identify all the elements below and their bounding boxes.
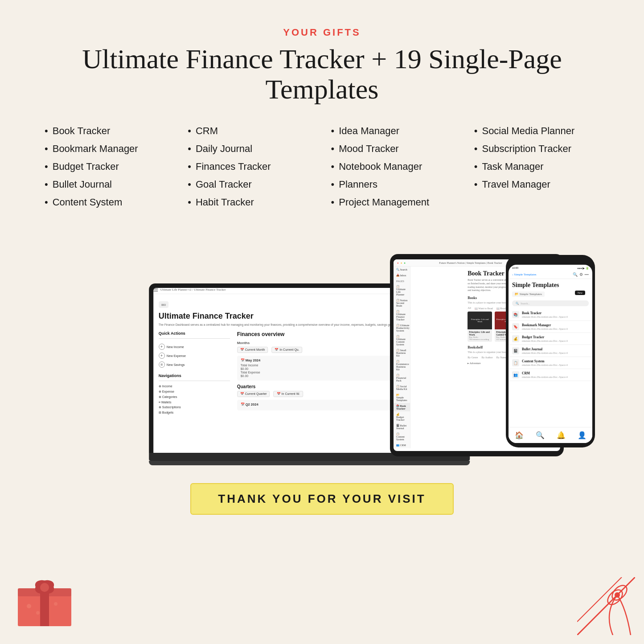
book-tracker-icon: 📚 bbox=[512, 311, 519, 318]
subtitle-label: YOUR GIFTS bbox=[36, 27, 608, 38]
content-system-icon: 📋 bbox=[512, 359, 519, 366]
by-genre[interactable]: By Genre bbox=[468, 356, 478, 359]
book-title-1: Principles: Life and Work bbox=[469, 331, 491, 336]
new-savings-btn[interactable]: New Savings bbox=[159, 360, 230, 369]
close-dot: ● bbox=[397, 262, 399, 264]
sidebar-ucs[interactable]: 📋 Ultimate Content System bbox=[394, 333, 410, 347]
sidebar-st[interactable]: 📂 Simple Templates bbox=[394, 392, 410, 403]
phone-list: 📚 Book Tracker emulate-Ron-29a-notion-at… bbox=[509, 309, 592, 381]
svg-point-5 bbox=[40, 583, 49, 592]
sidebar-smk[interactable]: 📋 Social Media Kit bbox=[394, 383, 410, 392]
by-author[interactable]: By Author bbox=[481, 356, 492, 359]
nav-categories[interactable]: ⊕ Categories bbox=[159, 394, 230, 400]
sidebar-bt[interactable]: 📚 Book Tracker bbox=[394, 403, 410, 411]
phone-list-item-3[interactable]: 💰 Budget Tracker emulate-Ron-29a-notion-… bbox=[509, 333, 592, 345]
page-wrapper: YOUR GIFTS Ultimate Finance Tracker + 19… bbox=[0, 0, 644, 644]
nav-subscriptions[interactable]: ⊕ Subscriptions bbox=[159, 405, 230, 410]
phone-page-title: Simple Templates bbox=[509, 279, 592, 291]
home-icon[interactable]: 🏠 bbox=[515, 431, 524, 439]
sidebar-uft[interactable]: 📋 Ultimate Finance Tracker bbox=[394, 308, 410, 322]
list-item: Daily Journal bbox=[188, 140, 313, 158]
list-item: Habit Tracker bbox=[188, 193, 313, 211]
items-column-4: Social Media Planner Subscription Tracke… bbox=[474, 122, 599, 211]
menu-icon[interactable] bbox=[153, 288, 158, 292]
current-month-btn[interactable]: 📅 Current Month bbox=[237, 347, 268, 353]
list-item: Mood Tracker bbox=[331, 140, 456, 158]
phone-bottom-bar: 🏠 🔍 🔔 👤 bbox=[509, 427, 592, 443]
list-item: Content System bbox=[45, 193, 170, 211]
new-expense-label: New Expense bbox=[167, 354, 186, 357]
items-column-1: Book Tracker Bookmark Manager Budget Tra… bbox=[45, 122, 170, 211]
phone-list-item-4[interactable]: 📓 Bullet Journal emulate-Ron-29a-notion-… bbox=[509, 345, 592, 357]
new-button[interactable]: New bbox=[575, 291, 585, 295]
settings-icon[interactable]: ⚙ bbox=[579, 272, 583, 277]
phone-list-item-1[interactable]: 📚 Book Tracker emulate-Ron-29a-notion-at… bbox=[509, 309, 592, 321]
sidebar-ebk[interactable]: 📋 Ecommerce Business Kit bbox=[394, 358, 410, 372]
simple-templates-label: 📂 Simple Templates bbox=[512, 291, 545, 297]
phone-list-content-4: Bullet Journal emulate-Ron-29a-notion-at… bbox=[522, 347, 589, 354]
list-item: CRM bbox=[188, 122, 313, 140]
list-item: Notebook Manager bbox=[331, 158, 456, 176]
sidebar-budt[interactable]: 💰 Budget Tracker bbox=[394, 411, 410, 422]
tablet-sidebar: 🔍 Search 📥 Inbox Pages 📋 Ultimate Life P… bbox=[394, 267, 410, 448]
nav-wallets[interactable]: ≡ Wallets bbox=[159, 400, 230, 405]
sidebar-ups[interactable]: 📋 Ultimate Productivity System bbox=[394, 322, 410, 333]
new-income-label: New Income bbox=[167, 345, 184, 349]
phone-list-content-5: Content System emulate-Ron-29a-notion-at… bbox=[522, 359, 589, 366]
gift-right bbox=[577, 577, 635, 635]
sidebar-dj[interactable]: 📔 Daily Journal bbox=[394, 448, 410, 448]
crm-sub: emulate-Ron-29a-notion-ata-Doc.-Space-4 bbox=[522, 376, 589, 378]
new-savings-label: New Savings bbox=[167, 363, 185, 366]
thank-you-section: THANK YOU FOR YOUR VISIT bbox=[36, 483, 608, 515]
sidebar-sbk[interactable]: 📋 Small Business Kit bbox=[394, 347, 410, 358]
phone-search-bar[interactable]: 🔍 Search... bbox=[512, 300, 589, 306]
budget-tracker-icon: 💰 bbox=[512, 335, 519, 342]
sidebar-search[interactable]: 🔍 Search bbox=[394, 267, 410, 272]
thank-you-text: THANK YOU FOR YOUR VISIT bbox=[218, 492, 426, 506]
phone-list-item-6[interactable]: 👥 CRM emulate-Ron-29a-notion-ata-Doc.-Sp… bbox=[509, 369, 592, 381]
back-label: Simple Templates bbox=[514, 273, 536, 276]
sidebar-fp[interactable]: 📋 Financial Pack bbox=[394, 372, 410, 383]
svg-point-7 bbox=[36, 611, 40, 615]
sidebar-crm[interactable]: 👥 CRM bbox=[394, 442, 410, 448]
back-button[interactable]: ‹ Simple Templates bbox=[512, 273, 536, 276]
all-filter[interactable]: All bbox=[468, 307, 471, 310]
nav-expense[interactable]: ⊕ Expense bbox=[159, 389, 230, 394]
items-section: Book Tracker Bookmark Manager Budget Tra… bbox=[36, 122, 608, 211]
phone-list-item-5[interactable]: 📋 Content System emulate-Ron-29a-notion-… bbox=[509, 357, 592, 369]
nav-budgets[interactable]: ⊞ Budgets bbox=[159, 410, 230, 415]
search-icon[interactable]: 🔍 bbox=[573, 272, 578, 277]
search-placeholder: Search... bbox=[521, 302, 530, 305]
devices-section: Ultimate Life Planner v2 / Ultimate Fina… bbox=[36, 234, 608, 465]
phone-list-item-2[interactable]: 🔖 Bookmark Manager emulate-Ron-29a-notio… bbox=[509, 321, 592, 333]
list-item: Project Management bbox=[331, 193, 456, 211]
nav-title: Navigations bbox=[159, 373, 230, 378]
list-item: Planners bbox=[331, 176, 456, 193]
phone-notch bbox=[537, 259, 564, 263]
in-current-w-btn[interactable]: 📅 In Current W. bbox=[274, 391, 303, 397]
nav-income[interactable]: ⊕ Income bbox=[159, 384, 230, 389]
list-item: Task Manager bbox=[474, 158, 599, 176]
sidebar-ulp[interactable]: 📋 Ultimate Life Planner bbox=[394, 283, 410, 297]
sidebar-cs[interactable]: 📋 Content System bbox=[394, 431, 410, 442]
in-current-btn[interactable]: 📅 In Current Qu. bbox=[271, 347, 302, 353]
search-bottom-icon[interactable]: 🔍 bbox=[536, 431, 545, 439]
phone-list-content-6: CRM emulate-Ron-29a-notion-ata-Doc.-Spac… bbox=[522, 371, 589, 378]
bookmark-manager-sub: emulate-Ron-29a-notion-ata-Doc.-Space-4 bbox=[522, 328, 589, 330]
phone-header-icons: 🔍 ⚙ ••• bbox=[573, 272, 589, 277]
bell-icon[interactable]: 🔔 bbox=[557, 431, 566, 439]
by-name[interactable]: By Name bbox=[496, 356, 507, 359]
crm-title: CRM bbox=[522, 371, 589, 375]
want-to-read[interactable]: 📖 Want to Read bbox=[475, 307, 493, 310]
book-tracker-title: Book Tracker bbox=[522, 311, 589, 315]
content-system-sub: emulate-Ron-29a-notion-ata-Doc.-Space-4 bbox=[522, 364, 589, 366]
sidebar-inbox[interactable]: 📥 Inbox bbox=[394, 272, 410, 278]
current-quarter-btn[interactable]: 📅 Current Quarter bbox=[237, 391, 270, 397]
phone-list-content-2: Bookmark Manager emulate-Ron-29a-notion-… bbox=[522, 323, 589, 330]
new-income-btn[interactable]: New Income bbox=[159, 342, 230, 351]
more-icon[interactable]: ••• bbox=[585, 272, 589, 277]
new-expense-btn[interactable]: New Expense bbox=[159, 351, 230, 360]
sidebar-nsb[interactable]: 📋 Notion Second Brain bbox=[394, 297, 410, 308]
profile-icon[interactable]: 👤 bbox=[578, 431, 587, 439]
sidebar-bj[interactable]: 📓 Bullet Journal bbox=[394, 422, 410, 431]
